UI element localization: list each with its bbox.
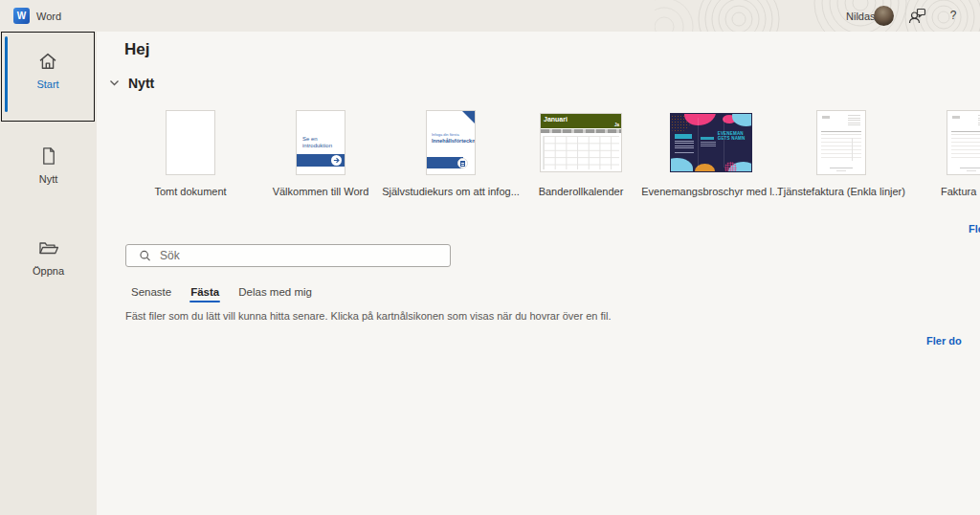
tab-label: Senaste xyxy=(131,286,171,298)
more-templates-link[interactable]: Fle xyxy=(969,223,980,235)
thumb-bar xyxy=(427,157,463,168)
dotted-circle-decoration xyxy=(724,162,737,172)
greeting-heading: Hej xyxy=(124,40,149,59)
template-label: Självstudiekurs om att infog... xyxy=(382,186,520,197)
template-welcome-to-word[interactable]: Se en introduktion Välkommen till Word xyxy=(256,108,386,197)
file-list-tabs: Senaste Fästa Delas med mig xyxy=(131,286,312,302)
sidebar-item-oppna[interactable]: Öppna xyxy=(0,236,97,277)
thumb-text-small: Infoga din första xyxy=(432,132,459,137)
user-name: Nildas xyxy=(846,11,876,22)
tab-label: Fästa xyxy=(190,286,219,298)
template-service-invoice[interactable]: Tjänstefaktura (Enkla linjer) xyxy=(776,108,906,197)
new-section-title: Nytt xyxy=(128,76,154,91)
tab-delas-med-mig[interactable]: Delas med mig xyxy=(238,286,312,302)
blue-blob xyxy=(732,113,752,126)
feedback-icon[interactable] xyxy=(907,7,926,26)
template-banner-calendar[interactable]: Januari Ja Banderollkalender xyxy=(516,108,646,197)
sidebar-item-label: Nytt xyxy=(0,173,97,185)
sidebar: Start Nytt Öppna xyxy=(0,32,97,515)
sidebar-item-nytt[interactable]: Nytt xyxy=(0,145,97,185)
fold-line xyxy=(724,118,724,168)
home-icon xyxy=(36,50,59,73)
decorative-rings xyxy=(655,0,980,32)
new-section-header[interactable]: Nytt xyxy=(109,76,154,91)
tab-fasta[interactable]: Fästa xyxy=(190,286,219,302)
brochure-middle-text xyxy=(701,137,716,149)
template-thumbnail: EVENEMAN GETS NAMN xyxy=(670,113,752,172)
thumb-text-title: Innehållsförteckning xyxy=(432,138,476,144)
word-start-screen: W Word Nildas ? Start xyxy=(0,0,980,515)
calendar-day-row xyxy=(541,129,621,133)
template-thumbnail xyxy=(816,110,866,175)
word-app-icon: W xyxy=(13,8,30,24)
app-title: Word xyxy=(36,11,61,22)
new-document-icon xyxy=(37,145,60,168)
template-thumbnail: Infoga din första Innehållsförteckning xyxy=(426,110,476,175)
calendar-header: Januari Ja xyxy=(541,114,621,128)
template-label: Faktura xyxy=(906,186,976,197)
active-tab-underline xyxy=(189,301,220,303)
calendar-month: Januari xyxy=(544,116,568,123)
template-label: Evenemangsbroschyr med l... xyxy=(641,186,781,197)
help-icon[interactable]: ? xyxy=(947,9,960,22)
user-avatar[interactable] xyxy=(874,6,894,26)
thumb-bar xyxy=(297,154,345,167)
template-thumbnail: Januari Ja xyxy=(540,113,622,172)
word-logo-letter: W xyxy=(17,11,26,21)
template-thumbnail xyxy=(166,110,215,175)
template-label: Välkommen till Word xyxy=(273,186,369,197)
title-bar: W Word Nildas ? xyxy=(0,0,980,32)
blue-blob xyxy=(670,158,693,172)
tab-senaste[interactable]: Senaste xyxy=(131,286,171,302)
brochure-left-text xyxy=(675,134,694,153)
search-icon xyxy=(139,249,151,262)
template-tutorial-toc[interactable]: Infoga din första Innehållsförteckning S… xyxy=(386,108,516,197)
sidebar-item-start[interactable]: Start xyxy=(1,32,95,122)
chevron-down-icon xyxy=(109,79,120,87)
template-label: Banderollkalender xyxy=(539,186,624,197)
template-invoice[interactable]: Faktura xyxy=(906,108,980,197)
open-folder-icon xyxy=(36,236,61,259)
thumb-text: Se en introduktion xyxy=(302,136,341,149)
template-blank-document[interactable]: Tomt dokument xyxy=(125,108,256,197)
document-icon xyxy=(457,158,468,168)
calendar-corner-text: Ja xyxy=(614,123,619,127)
pinned-empty-hint: Fäst filer som du lätt vill kunna hitta … xyxy=(125,310,611,322)
template-gallery: Tomt dokument Se en introduktion Välkomm… xyxy=(125,108,980,197)
sidebar-item-label: Öppna xyxy=(0,265,97,277)
arrow-right-icon xyxy=(331,155,342,166)
main-content: Hej Nytt Tomt dokument Se en introduktio… xyxy=(97,32,980,515)
search-input[interactable] xyxy=(160,249,442,262)
template-label: Tjänstefaktura (Enkla linjer) xyxy=(777,186,905,197)
template-thumbnail: Se en introduktion xyxy=(296,110,345,175)
search-box[interactable] xyxy=(125,244,451,267)
template-thumbnail xyxy=(947,110,980,175)
brochure-title: EVENEMAN GETS NAMN xyxy=(718,131,746,141)
template-event-brochure[interactable]: EVENEMAN GETS NAMN Evenemangsbroschyr me… xyxy=(646,108,776,197)
corner-ribbon xyxy=(461,110,476,124)
template-label: Tomt dokument xyxy=(154,186,226,197)
sidebar-item-label: Start xyxy=(2,78,94,90)
calendar-grid xyxy=(543,136,619,169)
more-documents-link[interactable]: Fler do xyxy=(926,335,962,347)
fold-line xyxy=(698,118,699,168)
tab-label: Delas med mig xyxy=(238,286,312,298)
